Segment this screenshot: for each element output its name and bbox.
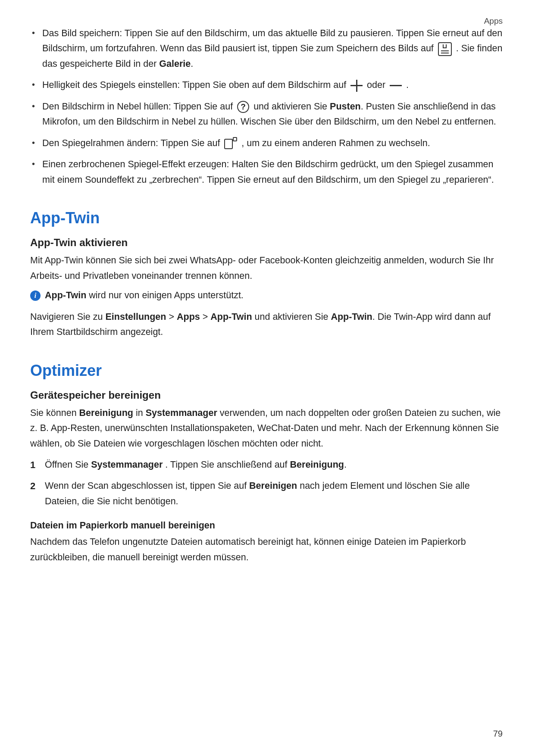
- section-title-apptwin: App-Twin: [30, 209, 505, 227]
- subsection-apptwin-activate: App-Twin aktivieren: [30, 237, 505, 249]
- text: Wenn der Scan abgeschlossen ist, tippen …: [45, 481, 249, 491]
- header-category: Apps: [484, 16, 503, 26]
- paragraph: Nachdem das Telefon ungenutzte Dateien a…: [30, 534, 505, 565]
- text: , um zu einem anderen Rahmen zu wechseln…: [241, 138, 430, 148]
- nav-twin: App-Twin: [210, 312, 252, 322]
- info-note: i App-Twin wird nur von einigen Apps unt…: [30, 288, 505, 303]
- text: Helligkeit des Spiegels einstellen: Tipp…: [42, 80, 349, 90]
- text: . Tippen Sie anschließend auf: [163, 459, 290, 470]
- text: >: [166, 312, 177, 322]
- list-item: Den Bildschirm in Nebel hüllen: Tippen S…: [42, 99, 505, 130]
- text: Sie können: [30, 408, 79, 418]
- text: .: [344, 459, 347, 470]
- systemmanager-label: Systemmanager: [146, 408, 217, 418]
- text: Öffnen Sie: [45, 459, 91, 470]
- subsubsection-trash: Dateien im Papierkorb manuell bereinigen: [30, 520, 505, 531]
- text: wird nur von einigen Apps unterstützt.: [86, 290, 244, 300]
- text: oder: [367, 80, 388, 90]
- text: Navigieren Sie zu: [30, 312, 105, 322]
- list-item: Das Bild speichern: Tippen Sie auf den B…: [42, 26, 505, 72]
- text: Den Spiegelrahmen ändern: Tippen Sie auf: [42, 138, 222, 148]
- step-item: Wenn der Scan abgeschlossen ist, tippen …: [45, 478, 505, 509]
- paragraph: Mit App-Twin können Sie sich bei zwei Wh…: [30, 253, 505, 284]
- text: Einen zerbrochenen Spiegel-Effekt erzeug…: [42, 159, 494, 184]
- plus-icon: [350, 80, 363, 92]
- paragraph: Sie können Bereinigung in Systemmanager …: [30, 406, 505, 451]
- text: .: [406, 80, 409, 90]
- step-item: Öffnen Sie Systemmanager . Tippen Sie an…: [45, 457, 505, 472]
- text: und aktivieren Sie: [253, 101, 330, 112]
- text: in: [133, 408, 146, 418]
- clean-label: Bereinigen: [249, 481, 297, 491]
- section-title-optimizer: Optimizer: [30, 362, 505, 380]
- question-icon: [237, 101, 249, 113]
- text: >: [200, 312, 211, 322]
- text: App-Twin wird nur von einigen Apps unter…: [45, 288, 244, 303]
- text: Das Bild speichern: Tippen Sie auf den B…: [42, 28, 502, 53]
- apptwin-bold: App-Twin: [45, 290, 86, 300]
- info-icon: i: [30, 291, 41, 301]
- list-item: Den Spiegelrahmen ändern: Tippen Sie auf…: [42, 136, 505, 151]
- pusten-label: Pusten: [330, 101, 361, 112]
- nav-apps: Apps: [177, 312, 200, 322]
- list-item: Helligkeit des Spiegels einstellen: Tipp…: [42, 78, 505, 93]
- page-number: 79: [493, 729, 503, 739]
- steps-list: Öffnen Sie Systemmanager . Tippen Sie an…: [30, 457, 505, 509]
- paragraph: Navigieren Sie zu Einstellungen > Apps >…: [30, 309, 505, 340]
- save-icon: [438, 42, 452, 56]
- systemmanager-label: Systemmanager: [91, 459, 163, 470]
- gallery-label: Galerie: [159, 59, 191, 69]
- cleanup-label: Bereinigung: [290, 459, 344, 470]
- list-item: Einen zerbrochenen Spiegel-Effekt erzeug…: [42, 157, 505, 187]
- feature-list: Das Bild speichern: Tippen Sie auf den B…: [30, 26, 505, 187]
- frame-icon: [224, 137, 237, 150]
- text: und aktivieren Sie: [252, 312, 331, 322]
- text: .: [191, 59, 193, 69]
- nav-settings: Einstellungen: [105, 312, 166, 322]
- minus-icon: [390, 80, 402, 92]
- text: Den Bildschirm in Nebel hüllen: Tippen S…: [42, 101, 235, 112]
- subsection-cleanup: Gerätespeicher bereinigen: [30, 389, 505, 401]
- nav-twin2: App-Twin: [331, 312, 372, 322]
- cleanup-label: Bereinigung: [79, 408, 133, 418]
